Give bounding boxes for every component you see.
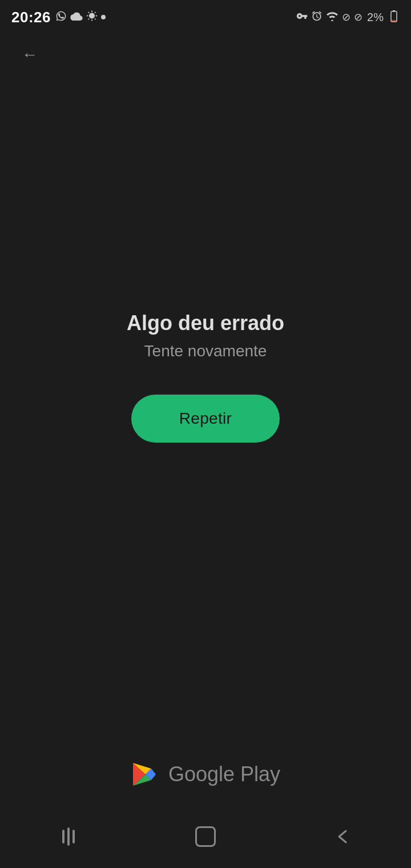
status-bar: 20:26 (0, 0, 411, 34)
wifi-icon (326, 11, 339, 24)
status-icons-right: ⊘ ⊘ (296, 10, 362, 25)
battery-percent: 2% (367, 11, 384, 24)
nav-bar (0, 811, 411, 868)
nav-home-button[interactable] (183, 819, 228, 854)
main-content: Algo deu errado Tente novamente Repetir (0, 0, 411, 868)
weather-icon (86, 10, 98, 25)
svg-rect-1 (393, 10, 395, 11)
status-left: 20:26 (11, 9, 106, 26)
status-right: ⊘ ⊘ 2% (296, 10, 400, 25)
status-time: 20:26 (11, 9, 51, 26)
status-icons-left (55, 10, 106, 25)
error-subtitle: Tente novamente (144, 342, 267, 360)
nav-back-button[interactable] (320, 819, 365, 854)
google-play-icon (131, 761, 158, 788)
error-title: Algo deu errado (127, 311, 284, 335)
battery-icon (388, 10, 400, 25)
alarm-icon (311, 10, 323, 25)
key-icon (296, 10, 308, 25)
google-play-footer: Google Play (0, 761, 411, 788)
svg-rect-2 (392, 20, 396, 21)
no-icon1: ⊘ (342, 11, 350, 23)
notification-dot (101, 15, 106, 19)
whatsapp-icon (55, 10, 67, 25)
cloud-icon (70, 11, 83, 23)
retry-button[interactable]: Repetir (131, 395, 280, 443)
no-icon2: ⊘ (354, 11, 362, 23)
nav-recent-button[interactable] (46, 819, 91, 854)
google-play-text: Google Play (168, 762, 280, 786)
